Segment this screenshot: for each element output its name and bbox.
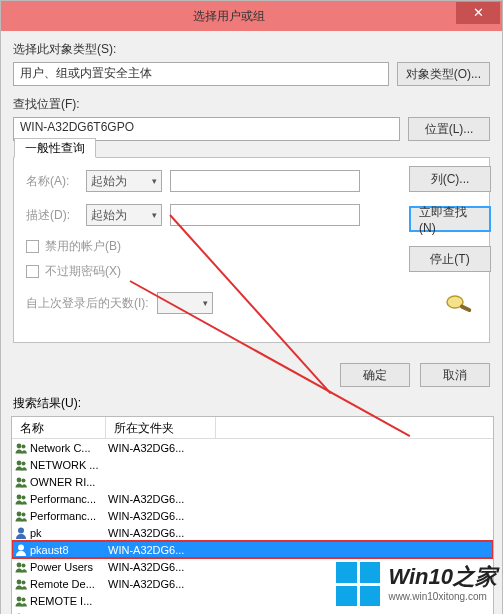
window-title: 选择用户或组 [1,8,456,25]
object-type-field[interactable]: 用户、组或内置安全主体 [13,62,389,86]
object-types-button[interactable]: 对象类型(O)... [397,62,490,86]
columns-button[interactable]: 列(C)... [409,166,491,192]
close-icon: ✕ [473,5,484,20]
svg-point-11 [22,512,26,516]
item-folder: WIN-A32DG6... [106,442,216,454]
svg-point-17 [22,580,26,584]
user-icon [12,543,30,557]
item-name: Network C... [30,442,106,454]
item-name: pkaust8 [30,544,106,556]
results-label: 搜索结果(U): [13,395,502,412]
svg-point-16 [17,579,22,584]
desc-input[interactable] [170,204,360,226]
item-folder: WIN-A32DG6... [106,510,216,522]
disabled-accounts-checkbox[interactable] [26,240,39,253]
list-item[interactable]: pkaust8WIN-A32DG6... [12,541,493,558]
item-folder: WIN-A32DG6... [106,578,216,590]
item-name: REMOTE I... [30,595,106,607]
svg-point-2 [17,443,22,448]
svg-point-10 [17,511,22,516]
windows-logo-icon [336,562,380,606]
location-label: 查找位置(F): [13,96,490,113]
svg-point-9 [22,495,26,499]
chevron-down-icon: ▾ [152,210,157,220]
group-icon [12,458,30,472]
item-name: Performanc... [30,493,106,505]
name-label: 名称(A): [26,173,78,190]
nonexpiring-password-label: 不过期密码(X) [45,263,121,280]
item-folder: WIN-A32DG6... [106,527,216,539]
magnifier-icon [441,292,477,314]
close-button[interactable]: ✕ [456,2,500,24]
svg-point-6 [17,477,22,482]
list-item[interactable]: Remote M...WIN-A32DG6... [12,609,493,614]
name-match-select[interactable]: 起始为 ▾ [86,170,162,192]
col-folder[interactable]: 所在文件夹 [106,417,216,438]
watermark-url: www.win10xitong.com [388,592,497,602]
list-item[interactable]: OWNER RI... [12,473,493,490]
name-input[interactable] [170,170,360,192]
group-icon [12,577,30,591]
group-icon [12,492,30,506]
find-now-button[interactable]: 立即查找(N) [409,206,491,232]
svg-point-18 [17,596,22,601]
svg-point-7 [22,478,26,482]
svg-point-15 [22,563,26,567]
group-icon [12,560,30,574]
list-item[interactable]: NETWORK ... [12,456,493,473]
item-name: Power Users [30,561,106,573]
svg-point-8 [17,494,22,499]
svg-point-14 [17,562,22,567]
svg-point-4 [17,460,22,465]
svg-point-5 [22,461,26,465]
list-header[interactable]: 名称 所在文件夹 [12,417,493,439]
item-name: Performanc... [30,510,106,522]
chevron-down-icon: ▾ [203,298,208,308]
item-folder: WIN-A32DG6... [106,493,216,505]
stop-button[interactable]: 停止(T) [409,246,491,272]
item-name: pk [30,527,106,539]
nonexpiring-password-checkbox[interactable] [26,265,39,278]
cancel-button[interactable]: 取消 [420,363,490,387]
svg-point-19 [22,597,26,601]
ok-button[interactable]: 确定 [340,363,410,387]
object-type-label: 选择此对象类型(S): [13,41,490,58]
titlebar[interactable]: 选择用户或组 ✕ [1,1,502,31]
action-row: 确定 取消 [1,363,490,387]
chevron-down-icon: ▾ [152,176,157,186]
item-name: Remote De... [30,578,106,590]
list-item[interactable]: Performanc...WIN-A32DG6... [12,490,493,507]
item-name: OWNER RI... [30,476,106,488]
group-icon [12,611,30,615]
item-folder: WIN-A32DG6... [106,561,216,573]
list-item[interactable]: Network C...WIN-A32DG6... [12,439,493,456]
tab-common-queries[interactable]: 一般性查询 [14,138,96,158]
group-icon [12,509,30,523]
side-button-column: 列(C)... 立即查找(N) 停止(T) [409,166,491,272]
user-icon [12,526,30,540]
group-icon [12,475,30,489]
svg-point-3 [22,444,26,448]
group-icon [12,594,30,608]
list-item[interactable]: Performanc...WIN-A32DG6... [12,507,493,524]
days-since-label: 自上次登录后的天数(I): [26,295,149,312]
watermark-brand: Win10之家 [388,566,497,588]
desc-match-select[interactable]: 起始为 ▾ [86,204,162,226]
svg-point-13 [18,544,24,550]
svg-rect-1 [459,304,472,313]
locations-button[interactable]: 位置(L)... [408,117,490,141]
desc-label: 描述(D): [26,207,78,224]
item-folder: WIN-A32DG6... [106,544,216,556]
svg-point-12 [18,527,24,533]
watermark: Win10之家 www.win10xitong.com [336,562,497,606]
item-name: NETWORK ... [30,459,106,471]
disabled-accounts-label: 禁用的帐户(B) [45,238,121,255]
list-item[interactable]: pkWIN-A32DG6... [12,524,493,541]
col-name[interactable]: 名称 [12,417,106,438]
group-icon [12,441,30,455]
